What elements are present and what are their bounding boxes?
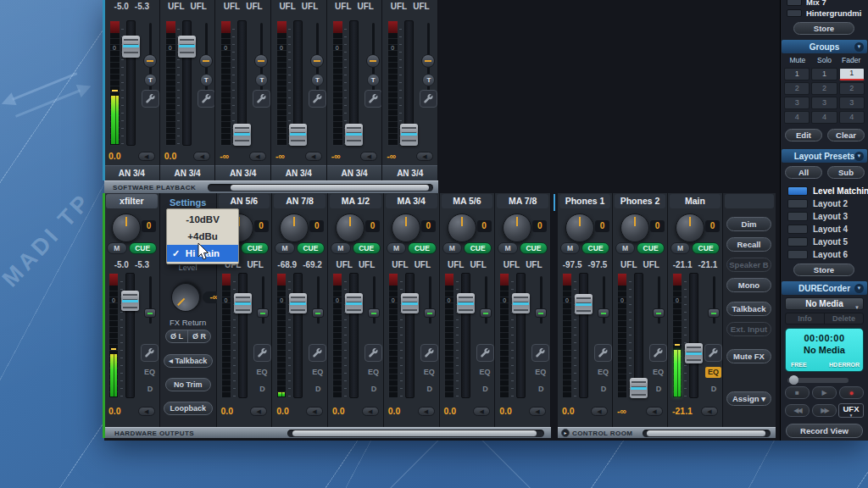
talkback-button[interactable]: ◀ Talkback (164, 354, 213, 368)
fader-handle[interactable] (122, 36, 140, 58)
play-button[interactable]: ▶ (812, 386, 837, 399)
gain-knob[interactable] (336, 214, 364, 242)
group-cell-fader-4[interactable]: 4 (839, 111, 865, 124)
fader-handle[interactable] (401, 293, 419, 313)
collapse-button[interactable]: ◀ (193, 152, 210, 161)
pan-knob[interactable] (143, 54, 157, 68)
fader-handle[interactable] (512, 293, 530, 313)
phase-left-button[interactable]: Ø L (166, 330, 189, 342)
cue-button[interactable]: CUE (464, 242, 492, 254)
playback-scrollbar[interactable] (208, 184, 433, 191)
collapse-button[interactable]: ◀ (473, 407, 490, 416)
menu-item[interactable]: -10dBV (167, 211, 238, 228)
hardware-scrollbar[interactable] (287, 430, 544, 437)
presets-all-button[interactable]: All (785, 166, 822, 179)
channel-settings-button[interactable] (420, 344, 438, 362)
channel-header[interactable]: AN 7/8 (274, 194, 326, 208)
collapse-button[interactable]: ◀ (250, 407, 267, 416)
trim-button[interactable]: T (367, 74, 380, 86)
group-cell-solo-3[interactable]: 3 (811, 97, 837, 109)
fader-handle[interactable] (121, 291, 139, 311)
collapse-button[interactable]: ◀ (362, 407, 379, 416)
eq-indicator[interactable]: EQ (309, 367, 326, 378)
channel-settings-button[interactable] (309, 90, 326, 108)
layout-presets-header[interactable]: Layout Presets ▼ (782, 149, 867, 163)
fader-track[interactable] (689, 273, 698, 398)
snapshot-select-button[interactable] (787, 9, 802, 17)
fader-handle[interactable] (400, 124, 418, 146)
pan-knob[interactable] (310, 54, 324, 68)
cue-button[interactable]: CUE (581, 242, 609, 254)
group-cell-mute-4[interactable]: 4 (784, 111, 810, 124)
preset-select-button[interactable] (787, 225, 808, 234)
channel-settings-button[interactable] (649, 344, 667, 362)
fader-track[interactable] (516, 273, 526, 398)
channel-settings-button[interactable] (253, 90, 270, 108)
fader-track[interactable] (293, 273, 303, 398)
record-button[interactable]: ● (839, 386, 864, 399)
cue-button[interactable]: CUE (408, 242, 436, 254)
group-cell-solo-1[interactable]: 1 (811, 68, 837, 80)
channel-settings-button[interactable] (309, 344, 326, 362)
snapshot-row[interactable]: Hintergrundmi (787, 8, 865, 18)
mute-button[interactable]: M (498, 242, 518, 254)
fader-handle[interactable] (289, 293, 307, 313)
snapshot-store-button[interactable]: Store (793, 22, 854, 35)
gain-knob[interactable] (565, 214, 594, 242)
channel-settings-button[interactable] (364, 344, 382, 362)
pan-knob[interactable] (368, 308, 380, 318)
eq-indicator[interactable]: EQ (705, 367, 721, 378)
pan-knob[interactable] (366, 54, 380, 68)
mute-button[interactable]: M (670, 242, 690, 254)
channel-header[interactable]: MA 3/4 (386, 194, 437, 208)
group-cell-solo-2[interactable]: 2 (811, 82, 837, 95)
group-cell-mute-1[interactable]: 1 (784, 68, 810, 80)
group-cell-solo-4[interactable]: 4 (811, 111, 837, 124)
fx-return-knob[interactable] (165, 277, 206, 318)
dynamics-indicator[interactable]: D (369, 385, 379, 393)
channel-header[interactable]: xfilter (106, 194, 158, 208)
mono-button[interactable]: Mono (726, 278, 771, 292)
gain-knob[interactable] (448, 214, 476, 242)
pan-knob[interactable] (480, 308, 492, 318)
cue-button[interactable]: CUE (353, 242, 381, 254)
group-cell-mute-2[interactable]: 2 (784, 82, 810, 95)
fader-handle[interactable] (345, 124, 363, 146)
channel-settings-button[interactable] (141, 344, 159, 362)
collapse-button[interactable]: ◀ (138, 152, 155, 161)
channel-settings-button[interactable] (364, 90, 382, 108)
trim-button[interactable]: T (144, 74, 157, 86)
mute-button[interactable]: M (107, 242, 127, 254)
collapse-button[interactable]: ◀ (591, 407, 608, 416)
channel-settings-button[interactable] (704, 344, 722, 362)
channel-label[interactable]: AN 3/4 (215, 165, 270, 180)
group-cell-mute-3[interactable]: 3 (784, 97, 810, 109)
eq-indicator[interactable]: EQ (650, 367, 666, 378)
mute-button[interactable]: M (331, 242, 351, 254)
chevron-down-icon[interactable]: ▼ (854, 284, 864, 293)
chevron-down-icon[interactable]: ▼ (854, 152, 864, 161)
presets-sub-button[interactable]: Sub (827, 166, 865, 179)
eq-indicator[interactable]: EQ (421, 367, 437, 378)
groups-header[interactable]: Groups ▼ (782, 40, 867, 53)
fader-handle[interactable] (575, 294, 593, 314)
channel-settings-button[interactable] (142, 90, 159, 108)
fader-track[interactable] (349, 273, 359, 398)
collapse-button[interactable]: ◀ (306, 407, 323, 416)
collapse-button[interactable]: ◀ (360, 152, 377, 161)
preset-select-button[interactable] (787, 250, 808, 259)
forward-button[interactable]: ▶▶ (812, 404, 837, 417)
pan-knob[interactable] (144, 308, 156, 318)
media-select[interactable]: No Media ▼ (785, 297, 864, 310)
dynamics-indicator[interactable]: D (258, 385, 268, 393)
mute-button[interactable]: M (560, 242, 580, 254)
gain-knob[interactable] (112, 214, 141, 242)
pan-knob[interactable] (312, 308, 324, 318)
fader-handle[interactable] (234, 293, 252, 313)
fader-handle[interactable] (457, 293, 475, 313)
gain-knob[interactable] (676, 214, 704, 242)
channel-header[interactable]: MA 7/8 (497, 194, 548, 208)
layout-preset-row[interactable]: Layout 5 (787, 236, 866, 248)
chevron-down-icon[interactable]: ▼ (854, 42, 864, 52)
collapse-button[interactable]: ◀ (138, 407, 155, 416)
